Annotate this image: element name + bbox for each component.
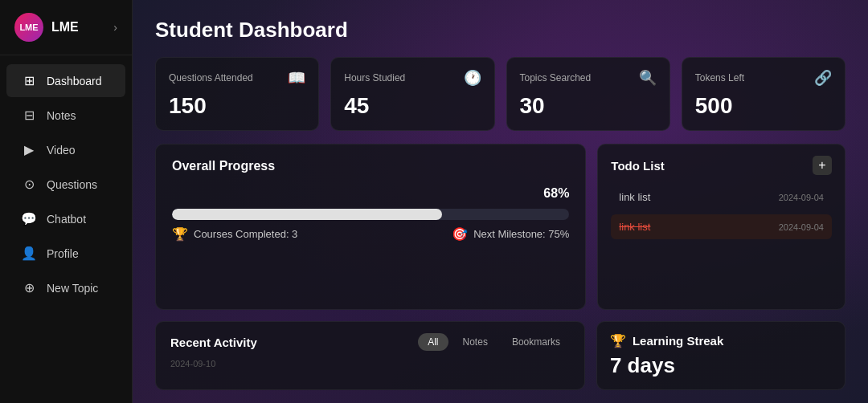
todo-item-date: 2024-09-04: [779, 193, 824, 202]
sidebar-item-video[interactable]: ▶ Video: [6, 133, 125, 166]
dashboard-icon: ⊞: [21, 73, 37, 88]
profile-icon: 👤: [21, 246, 37, 261]
stats-row: Questions Attended 📖 150 Hours Studied 🕐…: [155, 57, 845, 131]
video-icon: ▶: [21, 142, 37, 157]
next-milestone-label: Next Milestone: 75%: [473, 228, 569, 240]
stat-label-topics: Topics Searched: [520, 72, 592, 83]
activity-date-hint: 2024-09-10: [170, 359, 570, 368]
stat-label-hours: Hours Studied: [344, 72, 405, 83]
chatbot-icon: 💬: [21, 211, 37, 226]
overall-progress-card: Overall Progress 68% 🏆 Courses Completed…: [155, 144, 586, 310]
learning-streak-card: 🏆 Learning Streak 7 days: [596, 321, 845, 390]
trophy-icon: 🏆: [172, 226, 188, 242]
stat-card-questions: Questions Attended 📖 150: [155, 57, 319, 131]
main-content: Student Dashboard Questions Attended 📖 1…: [133, 0, 868, 403]
activity-title: Recent Activity: [170, 336, 257, 349]
progress-meta: 🏆 Courses Completed: 3 🎯 Next Milestone:…: [172, 226, 569, 242]
stat-label-questions: Questions Attended: [169, 72, 253, 83]
stat-label-tokens: Tokens Left: [695, 72, 744, 83]
streak-value: 7 days: [610, 353, 832, 378]
todo-item-strikethrough: link list 2024-09-04: [611, 214, 832, 239]
sidebar-item-label: Notes: [47, 109, 76, 122]
sidebar-chevron-icon: ›: [113, 21, 117, 34]
sidebar-logo[interactable]: LME LME ›: [0, 0, 132, 55]
todo-item: link list 2024-09-04: [611, 185, 832, 210]
filter-notes-button[interactable]: Notes: [453, 333, 497, 351]
stat-value-tokens: 500: [695, 93, 832, 119]
progress-percent-label: 68%: [172, 186, 569, 201]
stat-value-topics: 30: [520, 93, 657, 119]
sidebar-item-label: Chatbot: [47, 213, 86, 226]
hours-studied-icon: 🕐: [464, 69, 481, 87]
sidebar-item-notes[interactable]: ⊟ Notes: [6, 99, 125, 132]
logo-icon: LME: [14, 13, 43, 42]
tokens-left-icon: 🔗: [814, 69, 832, 87]
progress-bar-fill: [172, 209, 442, 220]
todo-title: Todo List: [611, 159, 664, 173]
todo-item-date-2: 2024-09-04: [779, 222, 824, 232]
sidebar-item-chatbot[interactable]: 💬 Chatbot: [6, 202, 125, 235]
activity-filters: All Notes Bookmarks: [418, 333, 570, 351]
stat-card-hours: Hours Studied 🕐 45: [330, 57, 494, 131]
target-icon: 🎯: [452, 226, 468, 242]
stat-value-questions: 150: [169, 93, 305, 119]
app-name: LME: [51, 20, 79, 35]
stat-value-hours: 45: [344, 93, 481, 119]
page-title: Student Dashboard: [155, 18, 845, 43]
todo-item-text: link list: [619, 191, 650, 203]
activity-header: Recent Activity All Notes Bookmarks: [170, 333, 570, 351]
filter-all-button[interactable]: All: [418, 333, 448, 351]
recent-activity-card: Recent Activity All Notes Bookmarks 2024…: [155, 321, 585, 390]
streak-title: Learning Streak: [633, 334, 723, 348]
todo-add-button[interactable]: +: [813, 156, 832, 175]
sidebar: LME LME › ⊞ Dashboard ⊟ Notes ▶ Video ⊙ …: [0, 0, 133, 403]
streak-header: 🏆 Learning Streak: [610, 333, 832, 348]
sidebar-item-new-topic[interactable]: ⊕ New Topic: [6, 271, 125, 304]
courses-completed: 🏆 Courses Completed: 3: [172, 226, 297, 242]
progress-title: Overall Progress: [172, 159, 569, 173]
new-topic-icon: ⊕: [21, 280, 37, 295]
sidebar-item-profile[interactable]: 👤 Profile: [6, 237, 125, 270]
questions-attended-icon: 📖: [288, 69, 305, 87]
sidebar-item-label: Profile: [47, 247, 79, 260]
todo-item-text-strikethrough: link list: [619, 221, 650, 233]
topics-searched-icon: 🔍: [639, 69, 657, 87]
sidebar-item-label: Video: [47, 144, 76, 157]
middle-row: Overall Progress 68% 🏆 Courses Completed…: [155, 144, 845, 310]
stat-card-tokens: Tokens Left 🔗 500: [682, 57, 845, 131]
sidebar-item-dashboard[interactable]: ⊞ Dashboard: [6, 64, 125, 97]
next-milestone: 🎯 Next Milestone: 75%: [452, 226, 569, 242]
sidebar-nav: ⊞ Dashboard ⊟ Notes ▶ Video ⊙ Questions …: [0, 55, 132, 403]
stat-card-topics: Topics Searched 🔍 30: [506, 57, 670, 131]
streak-trophy-icon: 🏆: [610, 333, 626, 348]
questions-icon: ⊙: [21, 177, 37, 192]
todo-card: Todo List + link list 2024-09-04 link li…: [597, 144, 845, 310]
todo-header: Todo List +: [611, 156, 832, 175]
sidebar-item-label: Questions: [47, 178, 97, 191]
progress-bar-background: [172, 209, 569, 220]
notes-icon: ⊟: [21, 108, 37, 123]
sidebar-item-questions[interactable]: ⊙ Questions: [6, 168, 125, 201]
filter-bookmarks-button[interactable]: Bookmarks: [502, 333, 570, 351]
activity-row: Recent Activity All Notes Bookmarks 2024…: [155, 321, 845, 390]
sidebar-item-label: Dashboard: [47, 75, 102, 88]
sidebar-item-label: New Topic: [47, 282, 98, 295]
courses-completed-label: Courses Completed: 3: [194, 228, 297, 240]
